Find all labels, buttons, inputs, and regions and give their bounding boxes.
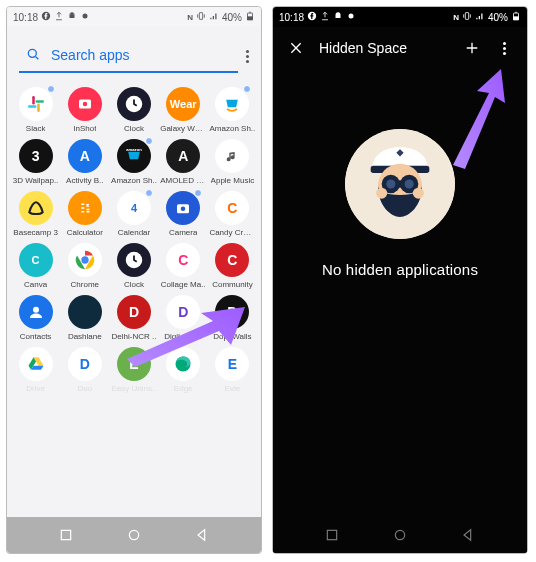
battery-icon (511, 11, 521, 23)
vibrate-icon (196, 11, 206, 23)
app-inshot[interactable]: InShot (60, 87, 109, 133)
app-clock-2[interactable]: Clock (109, 243, 158, 289)
app-galaxy-wearable[interactable]: WearGalaxy Wea.. (159, 87, 208, 133)
app-slack[interactable]: Slack (11, 87, 60, 133)
app-icon: E (117, 347, 151, 381)
svg-rect-6 (248, 17, 253, 20)
app-dopewalls[interactable]: DDopeWalls (208, 295, 257, 341)
nfc-icon: N (187, 13, 193, 22)
close-button[interactable] (287, 39, 305, 57)
app-label: 3D Wallpap.. (13, 176, 59, 185)
app-icon (19, 191, 53, 225)
svg-point-2 (73, 14, 74, 15)
hidden-space-screen: Hidden Space (273, 27, 527, 553)
search-apps-input[interactable]: Search apps (19, 39, 238, 73)
svg-point-3 (83, 14, 88, 19)
app-canva[interactable]: CCanva (11, 243, 60, 289)
app-dashlane[interactable]: Dashlane (60, 295, 109, 341)
phone-right-hidden-space: 10:18 N 40% Hidden Space (272, 6, 528, 554)
app-evie[interactable]: EEvie (208, 347, 257, 393)
app-3d-wallpaper[interactable]: 33D Wallpap.. (11, 139, 60, 185)
app-icon (117, 243, 151, 277)
app-icon: C (19, 243, 53, 277)
camera-dot-icon (80, 11, 90, 23)
camera-dot-icon (346, 11, 356, 23)
app-icon (166, 191, 200, 225)
app-icon: D (68, 347, 102, 381)
app-easy-uninstaller[interactable]: EEasy Unins.. (109, 347, 158, 393)
app-edge[interactable]: Edge (159, 347, 208, 393)
app-label: Calendar (118, 228, 150, 237)
nav-back-button[interactable] (193, 526, 211, 544)
svg-point-15 (81, 256, 88, 263)
phone-left-app-drawer: 10:18 N 40% (6, 6, 262, 554)
svg-point-35 (376, 188, 387, 199)
app-grid: SlackInShotClockWearGalaxy Wea..Amazon S… (7, 79, 261, 553)
app-label: Activity B.. (66, 176, 103, 185)
nav-recents-button[interactable] (57, 526, 75, 544)
app-calculator[interactable]: Calculator (60, 191, 109, 237)
app-icon (117, 87, 151, 121)
app-label: Chrome (71, 280, 99, 289)
app-label: Delhi-NCR .. (112, 332, 157, 341)
app-label: DigiLocker (164, 332, 202, 341)
app-icon: A (166, 139, 200, 173)
app-label: Contacts (20, 332, 52, 341)
svg-point-23 (349, 14, 354, 19)
status-bar: 10:18 N 40% (273, 7, 527, 27)
app-icon: C (215, 243, 249, 277)
app-activity-bubbles[interactable]: AActivity B.. (60, 139, 109, 185)
app-label: Amazon Sh.. (209, 124, 255, 133)
nav-home-button[interactable] (125, 526, 143, 544)
battery-icon (245, 11, 255, 23)
more-vert-icon[interactable] (495, 39, 513, 57)
app-label: Dashlane (68, 332, 102, 341)
app-digilocker[interactable]: DDigiLocker (159, 295, 208, 341)
app-collage-maker[interactable]: CCollage Ma.. (159, 243, 208, 289)
app-community[interactable]: CCommunity (208, 243, 257, 289)
app-icon (68, 243, 102, 277)
app-label: DopeWalls (213, 332, 251, 341)
app-label: Galaxy Wea.. (160, 124, 206, 133)
app-camera[interactable]: Camera (159, 191, 208, 237)
app-apple-music[interactable]: Apple Music (208, 139, 257, 185)
app-label: Canva (24, 280, 47, 289)
app-icon: 4 (117, 191, 151, 225)
app-drawer-screen: Search apps SlackInShotClockWearGalaxy W… (7, 27, 261, 553)
app-clock[interactable]: Clock (109, 87, 158, 133)
app-label: Collage Ma.. (161, 280, 206, 289)
facebook-icon (41, 11, 51, 23)
app-icon (19, 295, 53, 329)
app-candy-crush[interactable]: CCandy Crus.. (208, 191, 257, 237)
app-delhi-ncr[interactable]: DDelhi-NCR .. (109, 295, 158, 341)
more-vert-icon[interactable] (246, 50, 249, 63)
app-label: Apple Music (211, 176, 255, 185)
app-amazon-shopping-2[interactable]: amazonAmazon Sh.. (109, 139, 158, 185)
app-calendar[interactable]: 4Calendar (109, 191, 158, 237)
app-contacts[interactable]: Contacts (11, 295, 60, 341)
search-icon (25, 46, 41, 65)
app-icon: 3 (19, 139, 53, 173)
app-label: Clock (124, 124, 144, 133)
svg-text:amazon: amazon (126, 147, 142, 152)
status-battery: 40% (488, 12, 508, 23)
app-icon: C (215, 191, 249, 225)
notification-dot-icon (145, 189, 153, 197)
signal-icon (475, 11, 485, 23)
app-amoled-wallpapers[interactable]: AAMOLED W.. (159, 139, 208, 185)
app-amazon-shopping[interactable]: Amazon Sh.. (208, 87, 257, 133)
add-button[interactable] (463, 39, 481, 57)
app-label: Amazon Sh.. (111, 176, 157, 185)
svg-point-1 (70, 14, 71, 15)
app-label: Duo (77, 384, 92, 393)
app-icon: A (68, 139, 102, 173)
app-basecamp[interactable]: Basecamp 3 (11, 191, 60, 237)
status-time: 10:18 (279, 12, 304, 23)
app-duo[interactable]: DDuo (60, 347, 109, 393)
app-drive[interactable]: Drive (11, 347, 60, 393)
app-label: Community (212, 280, 252, 289)
app-icon (68, 295, 102, 329)
app-chrome[interactable]: Chrome (60, 243, 109, 289)
app-icon (19, 87, 53, 121)
app-label: Evie (225, 384, 241, 393)
